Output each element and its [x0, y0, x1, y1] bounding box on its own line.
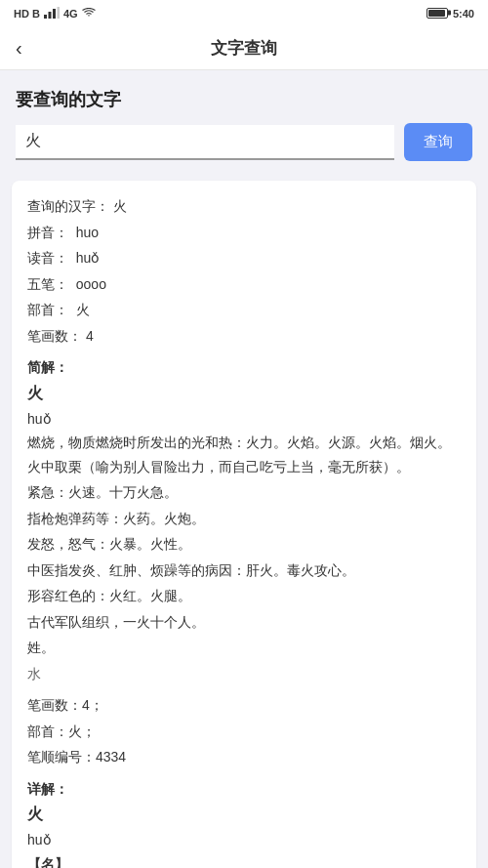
jianjie-text-5: 中医指发炎、红肿、烦躁等的病因：肝火。毒火攻心。 — [27, 558, 461, 583]
page-title: 文字查询 — [211, 37, 277, 60]
carrier-text: HD B — [14, 8, 40, 20]
jianjie-text-1: 燃烧，物质燃烧时所发出的光和热：火力。火焰。火源。火焰。烟火。火中取栗（喻为别人… — [27, 431, 461, 478]
search-section: 要查询的文字 查询 — [0, 70, 488, 173]
water-char: 水 — [27, 662, 461, 686]
svg-rect-0 — [44, 15, 47, 19]
status-left: HD B 4G — [14, 7, 96, 21]
bushou-detail: 部首：火； — [27, 720, 461, 744]
xiangjie-ming: 【名】 — [27, 852, 461, 869]
jianjie-text-6: 形容红色的：火红。火腿。 — [27, 584, 461, 608]
status-bar: HD B 4G 5:40 — [0, 0, 488, 27]
back-button[interactable]: ‹ — [16, 37, 22, 60]
result-duyinline: 读音： huǒ — [27, 246, 461, 270]
search-input[interactable] — [25, 133, 385, 150]
jianjie-text-2: 紧急：火速。十万火急。 — [27, 480, 461, 505]
result-card: 查询的汉字： 火 拼音： huo 读音： huǒ 五笔： oooo 部首： 火 … — [12, 181, 476, 868]
signal-bars — [44, 7, 60, 21]
result-wubi-line: 五笔： oooo — [27, 272, 461, 297]
stroke-count: 笔画数：4； — [27, 693, 461, 718]
time-display: 5:40 — [453, 8, 474, 20]
xiangjie-pinyin: huǒ — [27, 828, 461, 852]
xiangjie-title: 详解： — [27, 777, 461, 802]
xiangjie-char: 火 — [27, 801, 461, 828]
jianjie-text-7: 古代军队组织，一火十个人。 — [27, 610, 461, 635]
wifi-icon — [82, 8, 96, 20]
search-button[interactable]: 查询 — [404, 123, 472, 161]
jianjie-pinyin: huǒ — [27, 407, 461, 432]
network-type: 4G — [63, 8, 78, 20]
svg-rect-2 — [53, 9, 56, 19]
header: ‹ 文字查询 — [0, 27, 488, 70]
svg-rect-3 — [57, 7, 60, 19]
result-pinyin-line: 拼音： huo — [27, 221, 461, 245]
jianjie-title: 简解： — [27, 355, 461, 380]
battery-icon — [427, 8, 448, 21]
result-hanzi-line: 查询的汉字： 火 — [27, 194, 461, 219]
jianjie-text-4: 发怒，怒气：火暴。火性。 — [27, 532, 461, 557]
jianjie-char: 火 — [27, 380, 461, 407]
search-row: 查询 — [16, 123, 472, 161]
jianjie-text-3: 指枪炮弹药等：火药。火炮。 — [27, 507, 461, 531]
bishun-code: 笔顺编号：4334 — [27, 745, 461, 769]
search-label: 要查询的文字 — [16, 88, 472, 111]
result-bihua-line: 笔画数： 4 — [27, 324, 461, 349]
jianjie-text-8: 姓。 — [27, 636, 461, 660]
result-bushou-line: 部首： 火 — [27, 298, 461, 322]
status-right: 5:40 — [427, 8, 474, 21]
svg-rect-1 — [48, 12, 51, 19]
search-input-wrapper[interactable] — [16, 125, 394, 160]
